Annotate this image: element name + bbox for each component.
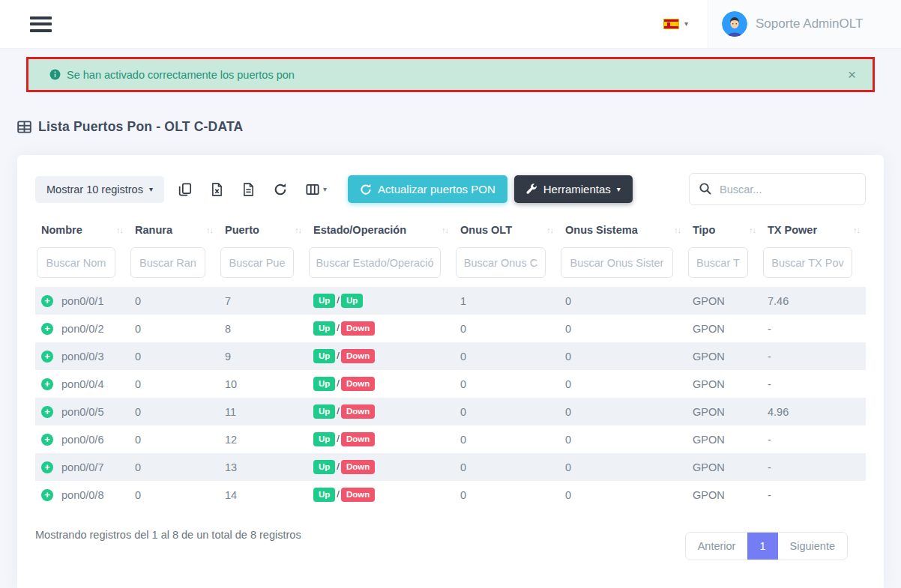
header-row: Nombre↑↓Ranura↑↓Puerto↑↓Estado/Operación…: [35, 216, 866, 243]
chevron-down-icon: ▾: [684, 20, 688, 28]
column-header-nombre[interactable]: Nombre↑↓: [35, 216, 129, 243]
column-header-onus_olt[interactable]: Onus OLT↑↓: [454, 216, 559, 243]
filter-input-ranura[interactable]: [130, 247, 205, 278]
cell-ranura: 0: [129, 481, 219, 509]
top-navbar: ▾ Soporte AdminOLT: [0, 0, 901, 49]
cell-tx-power: -: [762, 342, 866, 370]
column-header-ranura[interactable]: Ranura↑↓: [129, 216, 219, 243]
export-file-button[interactable]: [238, 178, 259, 201]
expand-row-icon[interactable]: +: [41, 434, 53, 446]
expand-row-icon[interactable]: +: [41, 378, 53, 390]
table-row: + pon0/0/3 0 9 Up/Down 0 0 GPON -: [35, 342, 866, 370]
pagination-page-1[interactable]: 1: [747, 533, 777, 560]
column-label: Puerto: [225, 224, 259, 236]
expand-row-icon[interactable]: +: [41, 351, 53, 363]
expand-row-icon[interactable]: +: [41, 461, 53, 473]
length-menu-button[interactable]: Mostrar 10 registros ▾: [35, 176, 164, 203]
port-name: pon0/0/6: [61, 434, 103, 446]
cell-onus-olt: 0: [454, 398, 559, 425]
cell-nombre: + pon0/0/8: [35, 481, 129, 509]
reload-table-button[interactable]: [269, 178, 292, 201]
cell-onus-sistema: 0: [559, 425, 687, 453]
column-header-tipo[interactable]: Tipo↑↓: [687, 216, 762, 243]
column-header-tx_power[interactable]: TX Power↑↓: [762, 216, 866, 243]
slash-separator: /: [337, 378, 340, 389]
export-excel-button[interactable]: [206, 178, 228, 201]
column-label: Onus OLT: [460, 224, 512, 236]
table-row: + pon0/0/7 0 13 Up/Down 0 0 GPON -: [35, 453, 866, 481]
cell-tx-power: -: [762, 315, 866, 342]
cell-nombre: + pon0/0/2: [35, 315, 129, 342]
sort-icons: ↑↓: [206, 225, 213, 234]
filter-input-onus_sistema[interactable]: [561, 247, 673, 278]
pagination-previous[interactable]: Anterior: [686, 533, 748, 560]
pon-table-body: + pon0/0/1 0 7 Up/Up 1 0 GPON 7.46 + pon…: [35, 287, 866, 509]
cell-ranura: 0: [129, 287, 219, 315]
alert-close-icon[interactable]: ×: [848, 67, 856, 82]
cell-tx-power: -: [762, 425, 866, 453]
column-label: Nombre: [41, 224, 82, 236]
cell-onus-olt: 0: [454, 315, 559, 342]
copy-button[interactable]: [174, 178, 196, 201]
status-badge: Down: [341, 460, 375, 474]
update-pon-ports-button[interactable]: Actualizar puertos PON: [348, 175, 507, 203]
cell-onus-olt: 0: [454, 425, 559, 453]
filter-input-onus_olt[interactable]: [456, 247, 546, 278]
cell-onus-sistema: 0: [559, 370, 687, 398]
user-menu[interactable]: Soporte AdminOLT: [708, 0, 901, 48]
search-input[interactable]: [689, 173, 866, 205]
status-badge: Down: [341, 321, 375, 336]
sort-icons: ↑↓: [546, 225, 553, 234]
expand-row-icon[interactable]: +: [41, 406, 53, 418]
search-box: [689, 173, 866, 205]
slash-separator: /: [337, 350, 340, 361]
language-dropdown[interactable]: ▾: [644, 0, 708, 48]
cell-tx-power: -: [762, 370, 866, 398]
cell-estado-operacion: Up/Down: [307, 481, 454, 509]
column-header-estado_operacion[interactable]: Estado/Operación↑↓: [307, 216, 454, 243]
status-badge: Up: [313, 321, 335, 336]
table-icon: [17, 120, 31, 134]
refresh-icon: [360, 184, 372, 196]
filter-input-nombre[interactable]: [37, 247, 115, 278]
slash-separator: /: [337, 461, 340, 472]
slash-separator: /: [337, 433, 340, 444]
cell-onus-olt: 0: [454, 370, 559, 398]
expand-row-icon[interactable]: +: [41, 489, 53, 501]
tools-dropdown-button[interactable]: Herramientas ▾: [514, 175, 633, 203]
cell-puerto: 9: [219, 342, 307, 370]
cell-tx-power: 4.96: [762, 398, 866, 425]
filter-input-puerto[interactable]: [220, 247, 294, 278]
navbar-right: ▾ Soporte AdminOLT: [644, 0, 901, 48]
cell-ranura: 0: [129, 398, 219, 425]
status-badge: Up: [313, 349, 335, 363]
column-visibility-button[interactable]: ▾: [301, 178, 331, 201]
chevron-down-icon: ▾: [617, 186, 621, 193]
cell-ranura: 0: [129, 370, 219, 398]
alert-message: Se han activado correctamente los puerto…: [67, 69, 295, 81]
copy-icon: [178, 183, 192, 196]
pagination-next[interactable]: Siguiente: [778, 533, 847, 560]
column-header-puerto[interactable]: Puerto↑↓: [219, 216, 307, 243]
cell-puerto: 13: [219, 453, 307, 481]
filter-input-estado_operacion[interactable]: [309, 247, 441, 278]
cell-ranura: 0: [129, 342, 219, 370]
cell-estado-operacion: Up/Down: [307, 425, 454, 453]
column-header-onus_sistema[interactable]: Onus Sistema↑↓: [559, 216, 687, 243]
status-badge: Down: [341, 404, 375, 419]
filter-row: [35, 243, 866, 287]
cell-tx-power: -: [762, 453, 866, 481]
hamburger-menu-icon[interactable]: [30, 16, 52, 32]
port-name: pon0/0/1: [61, 295, 103, 307]
expand-row-icon[interactable]: +: [41, 323, 53, 335]
expand-row-icon[interactable]: +: [41, 295, 53, 307]
cell-onus-sistema: 0: [559, 315, 687, 342]
table-toolbar: Mostrar 10 registros ▾: [35, 173, 866, 205]
status-badge: Up: [313, 460, 335, 474]
filter-input-tipo[interactable]: [688, 247, 748, 278]
cell-nombre: + pon0/0/1: [35, 287, 129, 315]
cell-tx-power: -: [762, 481, 866, 509]
cell-estado-operacion: Up/Down: [307, 315, 454, 342]
filter-input-tx_power[interactable]: [763, 247, 852, 278]
cell-puerto: 10: [219, 370, 307, 398]
